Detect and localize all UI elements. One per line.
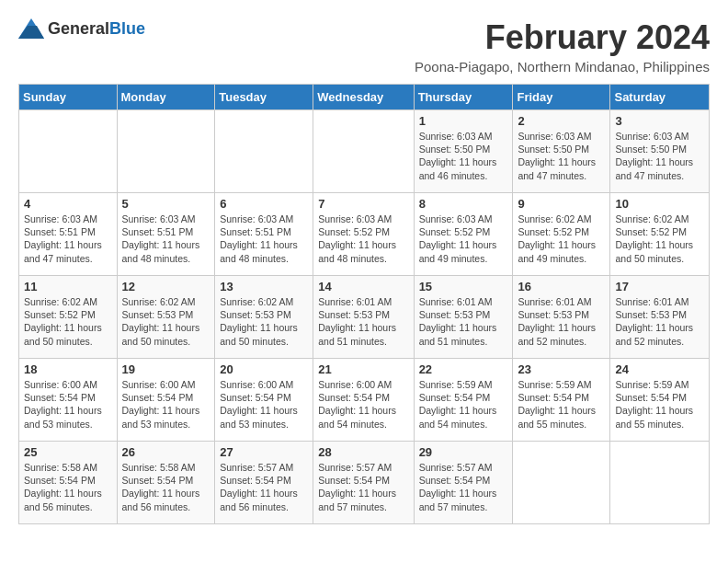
day-number: 14 (318, 280, 408, 293)
calendar-cell: 3Sunrise: 6:03 AMSunset: 5:50 PMDaylight… (610, 110, 710, 193)
calendar-cell (610, 442, 710, 524)
day-number: 23 (518, 362, 605, 376)
calendar-cell: 18Sunrise: 6:00 AMSunset: 5:54 PMDayligh… (19, 359, 118, 442)
day-info: Sunrise: 6:03 AMSunset: 5:50 PMDaylight:… (518, 130, 605, 182)
day-number: 2 (518, 114, 605, 128)
month-title: February 2024 (415, 18, 710, 57)
logo-text: GeneralBlue (48, 19, 145, 39)
day-info: Sunrise: 6:01 AMSunset: 5:53 PMDaylight:… (419, 295, 508, 348)
calendar-cell: 21Sunrise: 6:00 AMSunset: 5:54 PMDayligh… (313, 359, 414, 442)
day-number: 6 (220, 197, 308, 211)
day-info: Sunrise: 5:57 AMSunset: 5:54 PMDaylight:… (318, 461, 408, 513)
calendar-week-5: 25Sunrise: 5:58 AMSunset: 5:54 PMDayligh… (19, 442, 710, 524)
day-number: 28 (318, 445, 408, 459)
day-number: 13 (220, 280, 308, 293)
day-number: 9 (518, 197, 605, 211)
day-number: 19 (122, 362, 210, 376)
day-info: Sunrise: 6:02 AMSunset: 5:52 PMDaylight:… (24, 295, 112, 348)
day-info: Sunrise: 5:59 AMSunset: 5:54 PMDaylight:… (615, 378, 704, 431)
calendar-cell: 17Sunrise: 6:01 AMSunset: 5:53 PMDayligh… (610, 276, 710, 359)
col-friday: Friday (513, 85, 610, 110)
day-number: 16 (518, 280, 605, 293)
calendar-cell: 10Sunrise: 6:02 AMSunset: 5:52 PMDayligh… (610, 193, 710, 276)
day-number: 17 (615, 280, 704, 293)
day-info: Sunrise: 5:59 AMSunset: 5:54 PMDaylight:… (419, 378, 508, 431)
calendar-cell: 5Sunrise: 6:03 AMSunset: 5:51 PMDaylight… (117, 193, 215, 276)
calendar-cell: 25Sunrise: 5:58 AMSunset: 5:54 PMDayligh… (19, 442, 118, 524)
day-info: Sunrise: 6:02 AMSunset: 5:53 PMDaylight:… (122, 295, 210, 348)
calendar-week-2: 4Sunrise: 6:03 AMSunset: 5:51 PMDaylight… (19, 193, 710, 276)
calendar-cell: 4Sunrise: 6:03 AMSunset: 5:51 PMDaylight… (19, 193, 118, 276)
day-number: 22 (419, 362, 508, 376)
col-thursday: Thursday (414, 85, 513, 110)
day-info: Sunrise: 6:02 AMSunset: 5:52 PMDaylight:… (518, 213, 605, 265)
day-number: 5 (122, 197, 210, 211)
day-info: Sunrise: 6:01 AMSunset: 5:53 PMDaylight:… (318, 295, 408, 348)
calendar-week-3: 11Sunrise: 6:02 AMSunset: 5:52 PMDayligh… (19, 276, 710, 359)
day-info: Sunrise: 6:02 AMSunset: 5:52 PMDaylight:… (615, 213, 704, 265)
calendar-cell: 27Sunrise: 5:57 AMSunset: 5:54 PMDayligh… (215, 442, 313, 524)
day-info: Sunrise: 6:03 AMSunset: 5:52 PMDaylight:… (419, 213, 508, 265)
col-saturday: Saturday (610, 85, 710, 110)
calendar-cell: 11Sunrise: 6:02 AMSunset: 5:52 PMDayligh… (19, 276, 118, 359)
day-number: 25 (24, 445, 112, 459)
calendar-cell: 16Sunrise: 6:01 AMSunset: 5:53 PMDayligh… (513, 276, 610, 359)
day-info: Sunrise: 5:59 AMSunset: 5:54 PMDaylight:… (518, 378, 605, 431)
calendar-cell: 7Sunrise: 6:03 AMSunset: 5:52 PMDaylight… (313, 193, 414, 276)
day-number: 7 (318, 197, 408, 211)
location-title: Poona-Piagapo, Northern Mindanao, Philip… (415, 59, 710, 75)
day-info: Sunrise: 6:03 AMSunset: 5:50 PMDaylight:… (615, 130, 704, 182)
day-info: Sunrise: 6:02 AMSunset: 5:53 PMDaylight:… (220, 295, 308, 348)
calendar-cell: 12Sunrise: 6:02 AMSunset: 5:53 PMDayligh… (117, 276, 215, 359)
day-info: Sunrise: 6:03 AMSunset: 5:51 PMDaylight:… (220, 213, 308, 265)
day-info: Sunrise: 5:57 AMSunset: 5:54 PMDaylight:… (419, 461, 508, 513)
day-info: Sunrise: 5:58 AMSunset: 5:54 PMDaylight:… (24, 461, 112, 513)
day-number: 3 (615, 114, 704, 128)
calendar-cell: 28Sunrise: 5:57 AMSunset: 5:54 PMDayligh… (313, 442, 414, 524)
calendar-week-4: 18Sunrise: 6:00 AMSunset: 5:54 PMDayligh… (19, 359, 710, 442)
day-number: 11 (24, 280, 112, 293)
day-number: 20 (220, 362, 308, 376)
calendar-cell: 8Sunrise: 6:03 AMSunset: 5:52 PMDaylight… (414, 193, 513, 276)
day-info: Sunrise: 6:00 AMSunset: 5:54 PMDaylight:… (318, 378, 408, 431)
calendar-cell: 24Sunrise: 5:59 AMSunset: 5:54 PMDayligh… (610, 359, 710, 442)
day-number: 21 (318, 362, 408, 376)
col-wednesday: Wednesday (313, 85, 414, 110)
calendar-cell: 6Sunrise: 6:03 AMSunset: 5:51 PMDaylight… (215, 193, 313, 276)
page-header: GeneralBlue February 2024 Poona-Piagapo,… (18, 18, 710, 75)
col-sunday: Sunday (19, 85, 118, 110)
calendar-cell: 2Sunrise: 6:03 AMSunset: 5:50 PMDaylight… (513, 110, 610, 193)
calendar-cell: 22Sunrise: 5:59 AMSunset: 5:54 PMDayligh… (414, 359, 513, 442)
day-info: Sunrise: 6:00 AMSunset: 5:54 PMDaylight:… (220, 378, 308, 431)
calendar-cell (215, 110, 313, 193)
calendar-cell: 1Sunrise: 6:03 AMSunset: 5:50 PMDaylight… (414, 110, 513, 193)
calendar-cell: 26Sunrise: 5:58 AMSunset: 5:54 PMDayligh… (117, 442, 215, 524)
calendar-cell: 15Sunrise: 6:01 AMSunset: 5:53 PMDayligh… (414, 276, 513, 359)
day-info: Sunrise: 5:57 AMSunset: 5:54 PMDaylight:… (220, 461, 308, 513)
day-info: Sunrise: 6:01 AMSunset: 5:53 PMDaylight:… (615, 295, 704, 348)
calendar-cell (313, 110, 414, 193)
col-tuesday: Tuesday (215, 85, 313, 110)
calendar-cell: 29Sunrise: 5:57 AMSunset: 5:54 PMDayligh… (414, 442, 513, 524)
svg-marker-1 (18, 26, 44, 39)
day-info: Sunrise: 6:00 AMSunset: 5:54 PMDaylight:… (122, 378, 210, 431)
logo: GeneralBlue (18, 18, 145, 39)
calendar-cell: 13Sunrise: 6:02 AMSunset: 5:53 PMDayligh… (215, 276, 313, 359)
logo-icon (18, 18, 44, 39)
day-info: Sunrise: 6:03 AMSunset: 5:50 PMDaylight:… (419, 130, 508, 182)
calendar-cell: 9Sunrise: 6:02 AMSunset: 5:52 PMDaylight… (513, 193, 610, 276)
calendar-table: Sunday Monday Tuesday Wednesday Thursday… (18, 84, 710, 524)
day-number: 4 (24, 197, 112, 211)
title-section: February 2024 Poona-Piagapo, Northern Mi… (415, 18, 710, 75)
calendar-cell: 19Sunrise: 6:00 AMSunset: 5:54 PMDayligh… (117, 359, 215, 442)
day-number: 26 (122, 445, 210, 459)
day-number: 27 (220, 445, 308, 459)
calendar-cell (19, 110, 118, 193)
day-number: 18 (24, 362, 112, 376)
calendar-cell: 20Sunrise: 6:00 AMSunset: 5:54 PMDayligh… (215, 359, 313, 442)
header-row: Sunday Monday Tuesday Wednesday Thursday… (19, 85, 710, 110)
day-info: Sunrise: 6:00 AMSunset: 5:54 PMDaylight:… (24, 378, 112, 431)
day-number: 12 (122, 280, 210, 293)
calendar-cell (117, 110, 215, 193)
day-number: 10 (615, 197, 704, 211)
